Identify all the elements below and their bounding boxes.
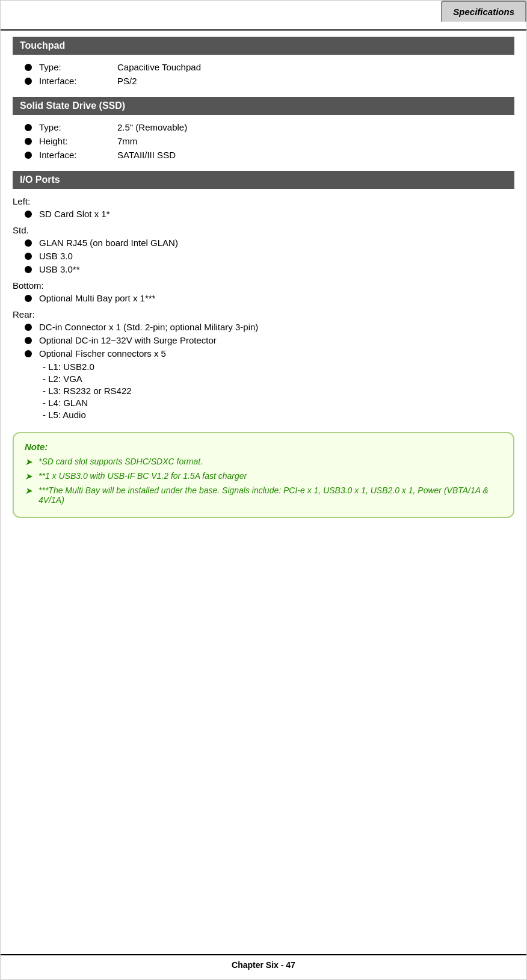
list-item: Height: 7mm [25, 136, 514, 146]
specifications-tab-label: Specifications [453, 7, 514, 17]
sub-item: - L5: Audio [43, 410, 514, 420]
list-item: Optional Multi Bay port x 1*** [25, 293, 514, 303]
spec-label: Interface: [39, 76, 117, 86]
spec-value: PS/2 [117, 76, 137, 86]
io-std-label: Std. [13, 225, 514, 235]
sub-item: - L3: RS232 or RS422 [43, 386, 514, 396]
ssd-header: Solid State Drive (SSD) [13, 97, 514, 115]
note-arrow-icon: ➤ [25, 485, 32, 496]
spec-label: Interface: [39, 150, 117, 160]
spec-label: Type: [39, 122, 117, 132]
list-item-text: USB 3.0 [39, 251, 73, 261]
spec-label: Type: [39, 62, 117, 72]
ssd-section: Solid State Drive (SSD) Type: 2.5" (Remo… [13, 97, 514, 160]
page-wrapper: Specifications Touchpad Type: Capacitive… [0, 0, 527, 980]
sub-item: - L2: VGA [43, 374, 514, 384]
io-std-list: GLAN RJ45 (on board Intel GLAN) USB 3.0 … [25, 238, 514, 274]
sub-item: - L4: GLAN [43, 398, 514, 408]
io-section: I/O Ports Left: SD Card Slot x 1* Std. G… [13, 171, 514, 420]
note-box: Note: ➤ *SD card slot supports SDHC/SDXC… [13, 432, 514, 518]
bullet-icon [25, 211, 32, 218]
spec-label: Height: [39, 136, 117, 146]
bullet-icon [25, 253, 32, 260]
io-rear-list: DC-in Connector x 1 (Std. 2-pin; optiona… [25, 322, 514, 359]
spec-value: 7mm [117, 136, 137, 146]
list-item-text: Optional DC-in 12~32V with Surge Protect… [39, 335, 217, 345]
list-item: Interface: PS/2 [25, 76, 514, 86]
note-item-3: ➤ ***The Multi Bay will be installed und… [25, 485, 502, 505]
list-item-text: Optional Multi Bay port x 1*** [39, 293, 155, 303]
note-arrow-icon: ➤ [25, 471, 32, 482]
bullet-icon [25, 124, 32, 131]
spec-value: SATAII/III SSD [117, 150, 176, 160]
fischer-sub-items: - L1: USB2.0 - L2: VGA - L3: RS232 or RS… [43, 362, 514, 420]
list-item-text: Optional Fischer connectors x 5 [39, 348, 166, 359]
bullet-icon [25, 295, 32, 302]
spec-value: 2.5" (Removable) [117, 122, 187, 132]
note-item-1: ➤ *SD card slot supports SDHC/SDXC forma… [25, 457, 502, 467]
touchpad-spec-list: Type: Capacitive Touchpad Interface: PS/… [25, 62, 514, 86]
list-item: SD Card Slot x 1* [25, 209, 514, 219]
list-item: GLAN RJ45 (on board Intel GLAN) [25, 238, 514, 248]
bullet-icon [25, 78, 32, 85]
top-bar: Specifications [1, 1, 526, 31]
io-left-list: SD Card Slot x 1* [25, 209, 514, 219]
bullet-icon [25, 324, 32, 331]
spec-value: Capacitive Touchpad [117, 62, 201, 72]
note-item-text: *SD card slot supports SDHC/SDXC format. [39, 457, 203, 466]
list-item-text: DC-in Connector x 1 (Std. 2-pin; optiona… [39, 322, 258, 332]
io-left-label: Left: [13, 196, 514, 206]
specifications-tab: Specifications [441, 1, 526, 22]
list-item: Type: 2.5" (Removable) [25, 122, 514, 132]
io-bottom-list: Optional Multi Bay port x 1*** [25, 293, 514, 303]
bullet-icon [25, 239, 32, 247]
list-item: USB 3.0 [25, 251, 514, 261]
note-item-text: ***The Multi Bay will be installed under… [39, 485, 502, 505]
touchpad-section: Touchpad Type: Capacitive Touchpad Inter… [13, 37, 514, 86]
touchpad-header: Touchpad [13, 37, 514, 55]
list-item-text: GLAN RJ45 (on board Intel GLAN) [39, 238, 178, 248]
list-item: Interface: SATAII/III SSD [25, 150, 514, 160]
bullet-icon [25, 337, 32, 344]
note-item-text: **1 x USB3.0 with USB-IF BC V1.2 for 1.5… [39, 471, 247, 481]
io-bottom-label: Bottom: [13, 280, 514, 291]
bullet-icon [25, 350, 32, 357]
content-area: Touchpad Type: Capacitive Touchpad Inter… [1, 31, 526, 518]
bullet-icon [25, 152, 32, 159]
io-header: I/O Ports [13, 171, 514, 189]
note-title: Note: [25, 442, 502, 452]
bullet-icon [25, 266, 32, 273]
ssd-spec-list: Type: 2.5" (Removable) Height: 7mm Inter… [25, 122, 514, 160]
list-item: USB 3.0** [25, 264, 514, 274]
list-item: Optional Fischer connectors x 5 [25, 348, 514, 359]
list-item: Optional DC-in 12~32V with Surge Protect… [25, 335, 514, 345]
list-item: Type: Capacitive Touchpad [25, 62, 514, 72]
sub-item: - L1: USB2.0 [43, 362, 514, 372]
footer-text: Chapter Six - 47 [232, 960, 295, 970]
list-item: DC-in Connector x 1 (Std. 2-pin; optiona… [25, 322, 514, 332]
bullet-icon [25, 138, 32, 145]
list-item-text: SD Card Slot x 1* [39, 209, 110, 219]
page-footer: Chapter Six - 47 [1, 954, 526, 970]
io-rear-label: Rear: [13, 309, 514, 319]
list-item-text: USB 3.0** [39, 264, 80, 274]
note-arrow-icon: ➤ [25, 457, 32, 467]
bullet-icon [25, 64, 32, 71]
note-item-2: ➤ **1 x USB3.0 with USB-IF BC V1.2 for 1… [25, 471, 502, 482]
